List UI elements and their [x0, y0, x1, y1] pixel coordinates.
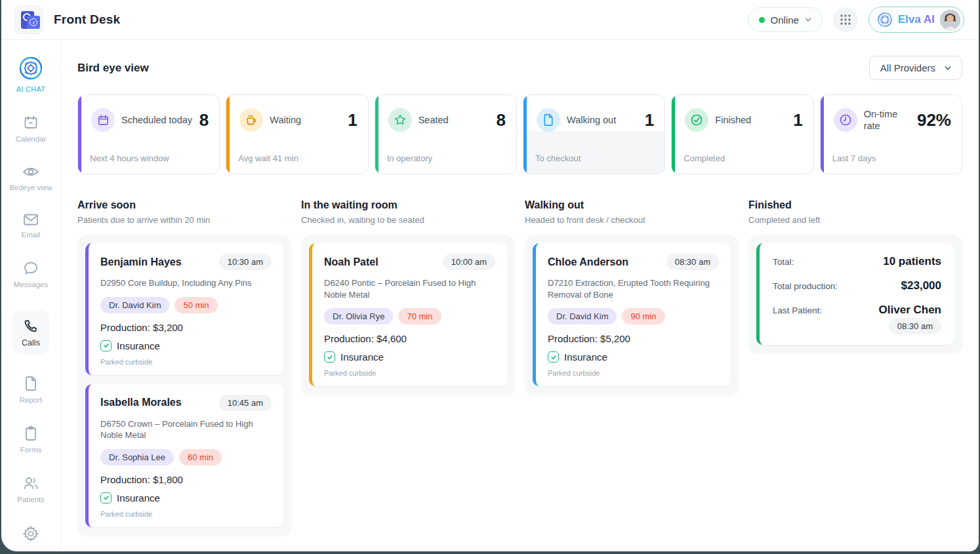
stat-card-finished: Finished 1 Completed [671, 94, 813, 174]
procedure-text: D7210 Extraction, Erupted Tooth Requirin… [548, 277, 719, 300]
sidebar-item-label: AI CHAT [16, 85, 46, 93]
star-icon [388, 108, 412, 132]
online-status-dropdown[interactable]: Online [748, 7, 823, 32]
grid-dots-icon [840, 14, 851, 26]
patient-card[interactable]: Chloe Anderson 08:30 am D7210 Extraction… [533, 243, 731, 386]
patient-name: Noah Patel [324, 256, 378, 268]
sidebar-item-label: Messages [14, 281, 48, 288]
providers-filter-dropdown[interactable]: All Providers [869, 56, 962, 80]
patient-card[interactable]: Benjamin Hayes 10:30 am D2950 Core Build… [85, 243, 283, 375]
chevron-down-icon [945, 65, 951, 71]
sidebar-item-settings[interactable] [22, 525, 39, 542]
providers-filter-label: All Providers [880, 62, 935, 73]
sidebar-item-birdeye-view[interactable]: Birdeye view [9, 165, 52, 191]
insurance-label: Insurance [564, 351, 607, 363]
stat-value: 1 [348, 110, 357, 130]
production-amount: Production: $5,200 [548, 333, 719, 344]
column-card-list: Benjamin Hayes 10:30 am D2950 Core Build… [77, 235, 291, 535]
patient-card[interactable]: Noah Patel 10:00 am D6240 Pontic – Porce… [309, 243, 507, 386]
stat-value: 8 [199, 110, 209, 130]
patient-note: Parked curbside [100, 358, 272, 366]
procedure-text: D6750 Crown – Porcelain Fused to High No… [100, 418, 272, 441]
doctor-badge: Dr. David Kim [100, 297, 169, 313]
stat-card-seated: Seated 8 In operatory [375, 94, 517, 174]
insurance-check-icon [100, 340, 112, 351]
check-circle-icon [685, 108, 708, 132]
stat-value: 1 [645, 110, 654, 130]
patient-name: Chloe Anderson [548, 256, 628, 268]
duration-badge: 90 min [622, 308, 664, 325]
summary-label: Total production: [773, 281, 838, 291]
section-title: Bird eye view [77, 62, 149, 75]
production-amount: Production: $1,800 [100, 474, 272, 485]
procedure-text: D6240 Pontic – Porcelain Fused to High N… [324, 277, 495, 300]
insurance-check-icon [324, 351, 335, 363]
apps-grid-button[interactable] [833, 7, 858, 32]
sidebar-item-calendar[interactable]: Calendar [16, 115, 47, 143]
insurance-label: Insurance [340, 351, 384, 363]
stat-subtext: Avg wait 41 min [238, 153, 298, 163]
profile-name: Elva AI [898, 13, 935, 26]
sidebar-item-label: Email [22, 231, 41, 239]
sidebar-item-calls[interactable]: Calls [12, 310, 49, 354]
stat-label: Waiting [270, 114, 341, 126]
doctor-badge: Dr. David Kim [548, 308, 617, 325]
page-title: Front Desk [54, 12, 120, 27]
app-logo-icon: i [14, 5, 43, 34]
column-title: Arrive soon [77, 199, 291, 211]
column-card-list: Chloe Anderson 08:30 am D7210 Extraction… [525, 235, 739, 394]
sidebar-item-label: Birdeye view [9, 184, 52, 191]
gear-icon [22, 525, 39, 542]
insurance-label: Insurance [117, 492, 160, 504]
column-card-list: Noah Patel 10:00 am D6240 Pontic – Porce… [301, 235, 515, 394]
elva-ai-profile-button[interactable]: Elva AI [868, 7, 964, 33]
stats-row: Scheduled today 8 Next 4 hours window Wa… [77, 94, 962, 174]
column-walking-out: Walking out Headed to front desk / check… [525, 199, 739, 394]
summary-label: Last Patient: [773, 306, 822, 315]
insurance-label: Insurance [117, 340, 160, 351]
stat-value: 1 [793, 110, 802, 130]
sidebar-item-report[interactable]: Report [20, 376, 43, 404]
procedure-text: D2950 Core Buildup, Including Any Pins [100, 277, 272, 289]
sidebar-item-label: Patients [17, 496, 45, 504]
appointment-time-badge: 10:00 am [443, 254, 495, 270]
phone-icon [23, 318, 39, 334]
people-icon [22, 475, 39, 491]
summary-value: $23,000 [901, 279, 941, 292]
stat-subtext: Completed [684, 153, 725, 163]
patient-note: Parked curbside [548, 369, 719, 377]
sidebar-item-ai-chat[interactable]: AI CHAT [16, 56, 46, 93]
summary-value: Oliver Chen [879, 304, 941, 317]
stat-subtext: To checkout [535, 153, 581, 163]
sidebar-item-email[interactable]: Email [22, 213, 41, 239]
column-arrive-soon: Arrive soon Patients due to arrive withi… [77, 199, 291, 535]
duration-badge: 50 min [174, 297, 217, 313]
stat-subtext: Last 7 days [832, 153, 876, 163]
stat-card-walking-out: Walking out 1 To checkout [523, 94, 665, 174]
stat-value: 8 [497, 110, 506, 130]
sidebar-item-forms[interactable]: Forms [20, 425, 42, 454]
elva-mandala-icon [877, 12, 893, 28]
sidebar-item-messages[interactable]: Messages [14, 260, 48, 288]
patient-card[interactable]: Isabella Morales 10:45 am D6750 Crown – … [85, 384, 283, 527]
sidebar-nav: AI CHAT Calendar Birdeye view Email [1, 40, 61, 551]
stat-label: Seated [419, 114, 490, 126]
insurance-check-icon [100, 492, 112, 504]
sidebar-item-patients[interactable]: Patients [17, 475, 45, 504]
stat-label: Finished [715, 114, 786, 126]
stat-card-ontime-rate: On-time rate 92% Last 7 days [820, 94, 962, 174]
patient-name: Isabella Morales [100, 397, 182, 408]
stat-label: Walking out [567, 114, 638, 126]
production-amount: Production: $3,200 [100, 322, 272, 333]
column-title: Walking out [525, 199, 739, 211]
user-avatar [940, 10, 960, 30]
calendar-icon [91, 108, 115, 132]
production-amount: Production: $4,600 [324, 333, 495, 344]
online-dot-icon [759, 17, 765, 23]
clipboard-icon [24, 425, 38, 441]
envelope-icon [23, 213, 39, 226]
column-title: Finished [748, 199, 962, 211]
calendar-icon [23, 115, 39, 130]
appointment-time-badge: 10:30 am [219, 254, 272, 270]
page-icon [537, 108, 560, 132]
